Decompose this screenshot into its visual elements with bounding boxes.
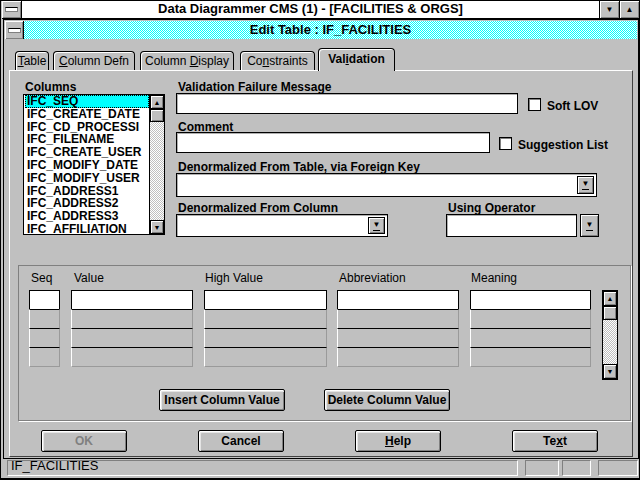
using-operator-label: Using Operator xyxy=(448,201,535,215)
grid-scroll-down-button[interactable]: ▼ xyxy=(603,364,617,379)
grid-header-abbreviation: Abbreviation xyxy=(339,271,406,285)
text-button[interactable]: Text xyxy=(512,430,598,452)
grid-scroll-thumb[interactable] xyxy=(603,306,617,320)
grid-scroll-up-button[interactable]: ▲ xyxy=(603,291,617,306)
grid-column-value xyxy=(71,290,193,367)
grid-cell xyxy=(71,328,193,348)
minimize-button[interactable]: ▼ xyxy=(599,1,619,18)
grid-cell[interactable] xyxy=(71,290,193,310)
list-item-column[interactable]: IFC_AFFILIATION xyxy=(25,223,149,234)
grid-cell xyxy=(71,309,193,329)
maximize-icon: ▲ xyxy=(626,5,634,14)
status-bar: IF_FACILITIES xyxy=(2,459,640,478)
status-field-1 xyxy=(525,460,559,476)
grid-cell[interactable] xyxy=(204,290,327,310)
status-field-table-name: IF_FACILITIES xyxy=(7,460,518,476)
status-field-2 xyxy=(562,460,591,476)
columns-label: Columns xyxy=(25,80,76,94)
denormalized-from-column-combo[interactable]: ▼ xyxy=(176,214,388,237)
minimize-icon: ▼ xyxy=(606,5,614,14)
grid-cell xyxy=(204,309,327,329)
denormalized-from-table-dropdown-button[interactable]: ▼ xyxy=(577,176,594,194)
suggestion-list-checkbox[interactable] xyxy=(499,137,512,150)
maximize-button[interactable]: ▲ xyxy=(619,1,639,18)
grid-cell xyxy=(204,328,327,348)
validation-failure-message-input[interactable] xyxy=(176,93,518,114)
scroll-down-icon: ▼ xyxy=(607,368,614,375)
grid-column-abbreviation xyxy=(337,290,459,367)
scroll-down-icon: ▼ xyxy=(154,224,161,231)
grid-column-high-value xyxy=(204,290,327,367)
ok-button[interactable]: OK xyxy=(41,430,127,452)
grid-cell xyxy=(337,309,459,329)
grid-cell xyxy=(337,328,459,348)
grid-cell xyxy=(337,347,459,367)
main-titlebar: Data Diagrammer CMS (1) - [FACILITIES & … xyxy=(2,1,639,19)
list-item-column[interactable]: IFC_CREATE_DATE xyxy=(25,108,149,121)
grid-cell[interactable] xyxy=(29,290,60,310)
grid-scrollbar[interactable]: ▲ ▼ xyxy=(602,290,618,380)
dialog-titlebar: Edit Table : IF_FACILITIES xyxy=(5,21,637,39)
scroll-thumb[interactable] xyxy=(150,109,164,122)
soft-lov-label: Soft LOV xyxy=(547,99,598,113)
dialog-system-menu-button[interactable] xyxy=(5,21,24,39)
tab-validation[interactable]: Validation xyxy=(318,48,395,71)
grid-header-value: Value xyxy=(74,271,104,285)
dropdown-arrow-icon: ▼ xyxy=(586,221,594,231)
grid-cell xyxy=(470,347,591,367)
delete-column-value-button[interactable]: Delete Column Value xyxy=(324,389,450,411)
using-operator-input[interactable] xyxy=(446,214,577,237)
scroll-up-icon: ▲ xyxy=(607,295,614,302)
dropdown-arrow-icon: ▼ xyxy=(373,221,381,231)
tab-table[interactable]: Table xyxy=(15,51,49,70)
dialog-title: Edit Table : IF_FACILITIES xyxy=(24,21,637,39)
scroll-up-icon: ▲ xyxy=(154,99,161,106)
status-field-3 xyxy=(598,460,638,476)
insert-column-value-button[interactable]: Insert Column Value xyxy=(159,389,285,411)
grid-cell xyxy=(29,347,60,367)
grid-cell[interactable] xyxy=(470,290,591,310)
soft-lov-checkbox[interactable] xyxy=(528,98,541,111)
columns-scrollbar[interactable]: ▲ ▼ xyxy=(149,95,164,234)
denormalized-from-table-label: Denormalized From Table, via Foreign Key xyxy=(178,160,420,174)
denormalized-from-table-combo[interactable]: ▼ xyxy=(176,173,597,197)
suggestion-list-label: Suggestion List xyxy=(518,138,608,152)
dropdown-arrow-icon: ▼ xyxy=(582,180,590,190)
grid-cell xyxy=(29,328,60,348)
main-window: Data Diagrammer CMS (1) - [FACILITIES & … xyxy=(0,0,640,480)
system-menu-icon xyxy=(5,7,18,12)
columns-listbox[interactable]: IFC_SEQIFC_CREATE_DATEIFC_CD_PROCESSIIFC… xyxy=(23,94,165,235)
dialog-system-menu-icon xyxy=(8,28,21,33)
system-menu-button[interactable] xyxy=(2,1,22,18)
window-title: Data Diagrammer CMS (1) - [FACILITIES & … xyxy=(22,1,599,18)
grid-cell xyxy=(470,309,591,329)
grid-header-meaning: Meaning xyxy=(471,271,517,285)
columns-list: IFC_SEQIFC_CREATE_DATEIFC_CD_PROCESSIIFC… xyxy=(25,95,149,234)
status-text: IF_FACILITIES xyxy=(11,460,517,473)
denormalized-from-column-label: Denormalized From Column xyxy=(178,201,338,215)
grid-cell xyxy=(71,347,193,367)
grid-column-seq xyxy=(29,290,60,367)
tab-column-display[interactable]: Column Display xyxy=(140,51,234,70)
grid-header-seq: Seq xyxy=(31,271,52,285)
scroll-down-button[interactable]: ▼ xyxy=(150,220,164,234)
using-operator-dropdown-button[interactable]: ▼ xyxy=(580,214,599,237)
tab-column-defn[interactable]: Column Defn xyxy=(53,51,135,70)
validation-failure-message-label: Validation Failure Message xyxy=(178,80,331,94)
scroll-up-button[interactable]: ▲ xyxy=(150,95,164,109)
grid-cell xyxy=(29,309,60,329)
denormalized-from-column-dropdown-button[interactable]: ▼ xyxy=(368,217,385,234)
grid-cell xyxy=(470,328,591,348)
grid-cell[interactable] xyxy=(337,290,459,310)
comment-input[interactable] xyxy=(176,132,490,153)
list-item-column[interactable]: IFC_MODIFY_USER xyxy=(25,172,149,185)
grid-column-meaning xyxy=(470,290,591,367)
list-item-column[interactable]: IFC_SEQ xyxy=(25,95,149,108)
tab-constraints[interactable]: Constraints xyxy=(240,51,315,70)
grid-header-high-value: High Value xyxy=(205,271,263,285)
list-item-column[interactable]: IFC_MODIFY_DATE xyxy=(25,159,149,172)
cancel-button[interactable]: Cancel xyxy=(198,430,284,452)
help-button[interactable]: Help xyxy=(355,430,441,452)
grid-cell xyxy=(204,347,327,367)
